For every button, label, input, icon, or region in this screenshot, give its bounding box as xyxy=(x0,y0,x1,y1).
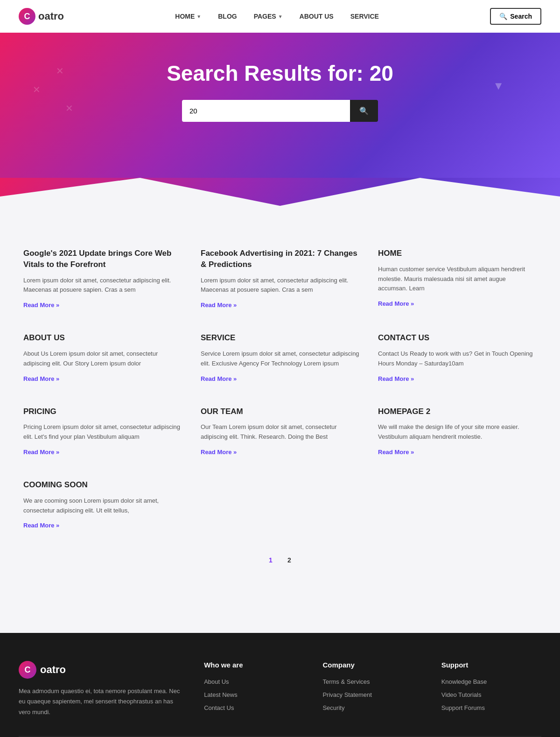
footer-company-links: Terms & Services Privacy Statement Secur… xyxy=(322,677,422,712)
result-excerpt: Lorem ipsum dolor sit amet, consectetur … xyxy=(23,276,182,295)
footer-logo-icon: C xyxy=(19,661,36,679)
logo-icon: C xyxy=(19,8,35,25)
result-card: Google's 2021 Update brings Core Web Vit… xyxy=(23,243,182,314)
result-title: COOMING SOON xyxy=(23,479,182,491)
footer-top: C oatro Mea admodum quaestio ei, tota ne… xyxy=(19,661,541,736)
footer-brand: C oatro Mea admodum quaestio ei, tota ne… xyxy=(19,661,185,717)
read-more-link[interactable]: Read More » xyxy=(378,300,414,307)
nav-service[interactable]: SERVICE xyxy=(344,9,385,24)
footer-link-contact[interactable]: Contact Us xyxy=(204,704,234,711)
hero-search-button[interactable]: 🔍 xyxy=(350,100,378,122)
chevron-down-icon: ▼ xyxy=(196,14,201,19)
footer-link-privacy[interactable]: Privacy Statement xyxy=(322,691,372,698)
footer-who-links: About Us Latest News Contact Us xyxy=(204,677,304,712)
footer-col-heading: Who we are xyxy=(204,661,304,669)
read-more-link[interactable]: Read More » xyxy=(23,302,59,309)
logo-text: oatro xyxy=(38,10,64,22)
result-excerpt: We are cooming soon Lorem ipsum dolor si… xyxy=(23,496,182,516)
read-more-link[interactable]: Read More » xyxy=(201,302,237,309)
result-card: Facebook Advertising in 2021: 7 Changes … xyxy=(201,243,359,314)
nav-pages[interactable]: PAGES ▼ xyxy=(247,9,289,24)
hero-search-bar: 🔍 xyxy=(182,100,378,122)
nav-blog[interactable]: BLOG xyxy=(211,9,243,24)
result-title: HOMEPAGE 2 xyxy=(378,406,537,417)
nav-home[interactable]: HOME ▼ xyxy=(168,9,208,24)
header-search-button[interactable]: 🔍 Search xyxy=(490,8,541,25)
footer-link-video-tutorials[interactable]: Video Tutorials xyxy=(441,691,482,698)
footer-col-heading: Support xyxy=(441,661,541,669)
footer-support: Support Knowledge Base Video Tutorials S… xyxy=(441,661,541,717)
read-more-link[interactable]: Read More » xyxy=(23,375,59,382)
footer-who-we-are: Who we are About Us Latest News Contact … xyxy=(204,661,304,717)
result-title: HOME xyxy=(378,248,537,259)
footer-col-heading: Company xyxy=(322,661,422,669)
result-excerpt: Pricing Lorem ipsum dolor sit amet, cons… xyxy=(23,422,182,442)
result-card: SERVICE Service Lorem ipsum dolor sit am… xyxy=(201,328,359,387)
result-title: ABOUT US xyxy=(23,332,182,344)
search-icon: 🔍 xyxy=(359,107,369,115)
result-card: CONTACT US Contact Us Ready to work with… xyxy=(378,328,537,387)
read-more-link[interactable]: Read More » xyxy=(201,375,237,382)
result-title: Facebook Advertising in 2021: 7 Changes … xyxy=(201,248,359,270)
result-excerpt: Contact Us Ready to work with us? Get in… xyxy=(378,349,537,369)
footer-link-security[interactable]: Security xyxy=(322,704,344,711)
pagination: 1 2 xyxy=(19,553,541,568)
footer-link-about[interactable]: About Us xyxy=(204,678,229,685)
footer-link-knowledge-base[interactable]: Knowledge Base xyxy=(441,678,487,685)
result-excerpt: Our Team Lorem ipsum dolor sit amet, con… xyxy=(201,422,359,442)
deco-cross-1: ✕ xyxy=(56,65,64,77)
footer-description: Mea admodum quaestio ei, tota nemore pos… xyxy=(19,686,185,717)
nav-about[interactable]: ABOUT US xyxy=(293,9,340,24)
page-1[interactable]: 1 xyxy=(263,553,278,568)
deco-cross-2: ✕ xyxy=(33,84,41,95)
result-card: HOME Human customer service Vestibulum a… xyxy=(378,243,537,314)
read-more-link[interactable]: Read More » xyxy=(23,449,59,456)
deco-cross-3: ✕ xyxy=(65,103,73,114)
main-nav: HOME ▼ BLOG PAGES ▼ ABOUT US SERVICE xyxy=(168,9,385,24)
main-content: Google's 2021 Update brings Core Web Vit… xyxy=(0,215,560,596)
hero-search-input[interactable] xyxy=(182,100,350,122)
spacer xyxy=(0,596,560,633)
result-title: CONTACT US xyxy=(378,332,537,344)
result-excerpt: Service Lorem ipsum dolor sit amet, cons… xyxy=(201,349,359,369)
footer-support-links: Knowledge Base Video Tutorials Support F… xyxy=(441,677,541,712)
footer-link-terms[interactable]: Terms & Services xyxy=(322,678,370,685)
footer-logo: C oatro xyxy=(19,661,185,679)
header: C oatro HOME ▼ BLOG PAGES ▼ ABOUT US SER… xyxy=(0,0,560,33)
result-card: HOMEPAGE 2 We will make the design life … xyxy=(378,401,537,461)
result-excerpt: Lorem ipsum dolor sit amet, consectetur … xyxy=(201,276,359,295)
result-card: PRICING Pricing Lorem ipsum dolor sit am… xyxy=(23,401,182,461)
logo[interactable]: C oatro xyxy=(19,8,64,25)
result-title: Google's 2021 Update brings Core Web Vit… xyxy=(23,248,182,270)
result-excerpt: We will make the design life of your sit… xyxy=(378,422,537,442)
footer: C oatro Mea admodum quaestio ei, tota ne… xyxy=(0,633,560,737)
footer-link-latest-news[interactable]: Latest News xyxy=(204,691,238,698)
deco-triangle: ▼ xyxy=(493,79,504,92)
result-card: COOMING SOON We are cooming soon Lorem i… xyxy=(23,475,182,534)
result-title: OUR TEAM xyxy=(201,406,359,417)
result-title: PRICING xyxy=(23,406,182,417)
page-2[interactable]: 2 xyxy=(282,553,297,568)
result-title: SERVICE xyxy=(201,332,359,344)
read-more-link[interactable]: Read More » xyxy=(201,449,237,456)
footer-link-support-forums[interactable]: Support Forums xyxy=(441,704,485,711)
footer-logo-text: oatro xyxy=(40,664,66,676)
read-more-link[interactable]: Read More » xyxy=(23,522,59,529)
hero-title: Search Results for: 20 xyxy=(19,61,541,86)
chevron-down-icon: ▼ xyxy=(278,14,283,19)
result-card: ABOUT US About Us Lorem ipsum dolor sit … xyxy=(23,328,182,387)
search-icon: 🔍 xyxy=(499,13,507,20)
read-more-link[interactable]: Read More » xyxy=(378,375,414,382)
result-card: OUR TEAM Our Team Lorem ipsum dolor sit … xyxy=(201,401,359,461)
read-more-link[interactable]: Read More » xyxy=(378,449,414,456)
result-excerpt: Human customer service Vestibulum aliqua… xyxy=(378,265,537,294)
results-grid: Google's 2021 Update brings Core Web Vit… xyxy=(23,243,537,534)
footer-company: Company Terms & Services Privacy Stateme… xyxy=(322,661,422,717)
hero-section: ✕ ✕ ✕ ▼ Search Results for: 20 🔍 xyxy=(0,33,560,178)
svg-marker-0 xyxy=(0,178,560,215)
result-excerpt: About Us Lorem ipsum dolor sit amet, con… xyxy=(23,349,182,369)
